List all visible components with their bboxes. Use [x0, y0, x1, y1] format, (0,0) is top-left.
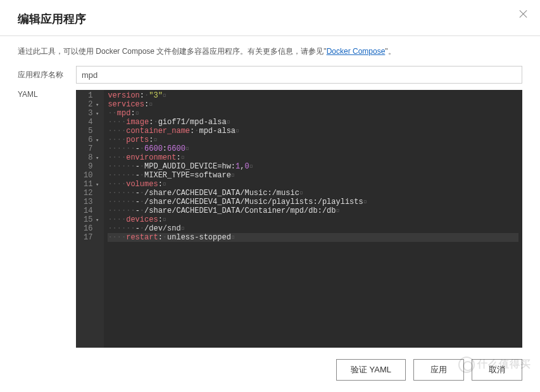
intro-suffix: "。 [385, 47, 395, 56]
intro-prefix: 通过此工具，可以使用 Docker Compose 文件创建多容器应用程序。有关… [18, 47, 327, 56]
dialog-title: 编辑应用程序 [18, 11, 522, 27]
gutter-line: 11▾ [84, 180, 99, 189]
edit-application-dialog: 编辑应用程序 通过此工具，可以使用 Docker Compose 文件创建多容器… [0, 0, 540, 392]
yaml-editor[interactable]: 12▾3▾456▾78▾91011▾12131415▾1617 version:… [76, 90, 522, 348]
code-line[interactable]: ····ports:¤ [108, 136, 518, 144]
gutter-line: 6▾ [84, 136, 99, 144]
yaml-label: YAML [18, 90, 76, 348]
code-line[interactable]: ······-·/dev/snd¤ [108, 224, 518, 233]
close-icon[interactable] [518, 9, 529, 19]
editor-code[interactable]: version:·"3"¤services:¤··mpd:¤····image:… [104, 90, 522, 348]
code-line[interactable]: ····restart:·unless-stopped¤ [108, 233, 518, 242]
gutter-line: 1 [84, 91, 99, 100]
code-line[interactable]: ····environment:¤ [108, 153, 518, 162]
code-line[interactable]: ······-·/share/CACHEDEV4_DATA/Music:/mus… [108, 189, 518, 198]
code-line[interactable]: ····devices:¤ [108, 215, 518, 224]
gutter-line: 10 [84, 171, 99, 180]
code-line[interactable]: ······-·/share/CACHEDEV4_DATA/Music/play… [108, 198, 518, 206]
gutter-line: 4 [84, 118, 99, 127]
dialog-footer: 验证 YAML 应用 取消 [0, 353, 540, 392]
app-name-label: 应用程序名称 [18, 70, 76, 80]
validate-yaml-button[interactable]: 验证 YAML [336, 359, 406, 381]
editor-gutter: 12▾3▾456▾78▾91011▾12131415▾1617 [76, 90, 104, 348]
yaml-row: YAML 12▾3▾456▾78▾91011▾12131415▾1617 ver… [18, 90, 522, 348]
gutter-line: 3▾ [84, 109, 99, 118]
apply-button[interactable]: 应用 [413, 359, 464, 381]
gutter-line: 14 [84, 206, 99, 215]
code-line[interactable]: ··mpd:¤ [108, 109, 518, 118]
gutter-line: 12 [84, 189, 99, 198]
gutter-line: 2▾ [84, 100, 99, 109]
dialog-body: 通过此工具，可以使用 Docker Compose 文件创建多容器应用程序。有关… [0, 36, 540, 353]
code-line[interactable]: ······-·6600:6600¤ [108, 144, 518, 153]
code-line[interactable]: ······-·/share/CACHEDEV1_DATA/Container/… [108, 206, 518, 215]
cancel-button[interactable]: 取消 [472, 359, 522, 381]
gutter-line: 7 [84, 144, 99, 153]
gutter-line: 13 [84, 198, 99, 206]
code-line[interactable]: ······-·MIXER_TYPE=software¤ [108, 171, 518, 180]
code-line[interactable]: ····volumes:¤ [108, 180, 518, 189]
docker-compose-link[interactable]: Docker Compose [327, 47, 386, 56]
gutter-line: 5 [84, 127, 99, 136]
app-name-input[interactable] [76, 66, 522, 84]
intro-text: 通过此工具，可以使用 Docker Compose 文件创建多容器应用程序。有关… [18, 46, 522, 57]
code-line[interactable]: ······-·MPD_AUDIO_DEVICE=hw:1,0¤ [108, 162, 518, 171]
gutter-line: 17 [84, 233, 99, 242]
gutter-line: 15▾ [84, 215, 99, 224]
gutter-line: 9 [84, 162, 99, 171]
gutter-line: 16 [84, 224, 99, 233]
code-line[interactable]: version:·"3"¤ [108, 91, 518, 100]
code-line[interactable]: services:¤ [108, 100, 518, 109]
gutter-line: 8▾ [84, 153, 99, 162]
app-name-row: 应用程序名称 [18, 66, 522, 84]
code-line[interactable]: ····container_name:·mpd-alsa¤ [108, 127, 518, 136]
code-line[interactable]: ····image:·giof71/mpd-alsa¤ [108, 118, 518, 127]
dialog-header: 编辑应用程序 [0, 0, 540, 36]
